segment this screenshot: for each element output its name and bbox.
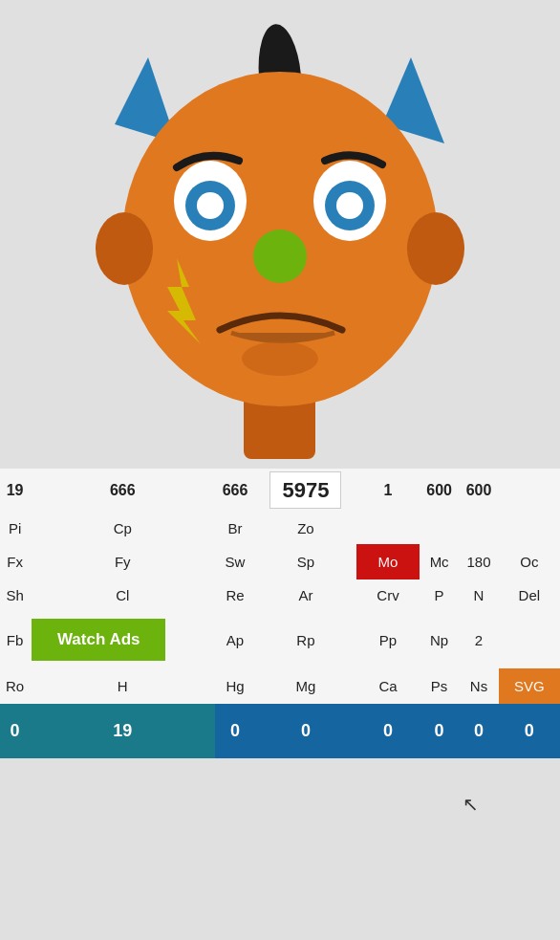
cell-re: Re: [215, 579, 254, 611]
watch-ads-button[interactable]: Watch Ads: [32, 619, 165, 661]
cell-ro: Ro: [0, 668, 30, 704]
cell-sh: Sh: [0, 579, 30, 611]
svg-point-6: [96, 212, 153, 285]
svg-point-12: [197, 192, 224, 219]
character-svg: [0, 0, 560, 469]
watch-ads-cell[interactable]: Watch Ads: [30, 611, 215, 668]
cell-sw: Sw: [215, 544, 254, 579]
character-area: [0, 0, 560, 469]
cell-ap: Ap: [215, 611, 254, 668]
cell-ps: Ps: [420, 668, 459, 704]
cell-n: N: [459, 579, 498, 611]
cell-h: H: [30, 668, 215, 704]
bottom-cell-2: 19: [30, 704, 215, 758]
score-cell-4: 1: [356, 469, 420, 513]
score-cell-5: 600: [420, 469, 459, 513]
main-score: 5975: [269, 471, 341, 509]
cell-crv: Crv: [356, 579, 420, 611]
cell-180: 180: [459, 544, 498, 579]
score-cell-2: 666: [30, 469, 215, 513]
cell-sp: Sp: [255, 544, 356, 579]
svg-point-7: [407, 212, 464, 285]
cell-cp: Cp: [30, 513, 215, 544]
bottom-cell-3: 0: [215, 704, 254, 758]
cell-r5-8: [499, 611, 560, 668]
cell-2: 2: [459, 611, 498, 668]
cell-pi: Pi: [0, 513, 30, 544]
cell-r2-8: [499, 513, 560, 544]
bottom-cell-8: 0: [499, 704, 560, 758]
bottom-cell-4: 0: [255, 704, 356, 758]
svg-point-16: [242, 341, 318, 376]
cell-p: P: [420, 579, 459, 611]
label-row-5: Fb Watch Ads Ap Rp Pp Np 2: [0, 611, 560, 668]
cell-np: Np: [420, 611, 459, 668]
svg-point-13: [336, 192, 363, 219]
stats-table: 19 666 666 5975 1 600 600 Pi Cp Br Zo Fx…: [0, 469, 560, 758]
score-cell-6: 600: [459, 469, 498, 513]
label-row-4: Sh Cl Re Ar Crv P N Del: [0, 579, 560, 611]
score-main: 5975: [255, 469, 356, 513]
cell-pp: Pp: [356, 611, 420, 668]
bottom-cell-6: 0: [420, 704, 459, 758]
cell-r2-5: [356, 513, 420, 544]
cell-br: Br: [215, 513, 254, 544]
cell-svg[interactable]: SVG: [499, 668, 560, 704]
score-cell-7: [499, 469, 560, 513]
score-cell-1: 19: [0, 469, 30, 513]
cell-hg: Hg: [215, 668, 254, 704]
cell-zo: Zo: [255, 513, 356, 544]
cell-r2-6: [420, 513, 459, 544]
cell-ns: Ns: [459, 668, 498, 704]
label-row-6: Ro H Hg Mg Ca Ps Ns SVG: [0, 668, 560, 704]
cell-fx: Fx: [0, 544, 30, 579]
cell-ar: Ar: [255, 579, 356, 611]
cell-oc: Oc: [499, 544, 560, 579]
label-row-3: Fx Fy Sw Sp Mo Mc 180 Oc: [0, 544, 560, 579]
cell-mc: Mc: [420, 544, 459, 579]
bottom-row: 0 19 0 0 0 0 0 0: [0, 704, 560, 758]
bottom-cell-1: 0: [0, 704, 30, 758]
label-row-2: Pi Cp Br Zo: [0, 513, 560, 544]
cell-mo[interactable]: Mo: [356, 544, 420, 579]
cell-rp: Rp: [255, 611, 356, 668]
bottom-cell-5: 0: [356, 704, 420, 758]
grid-area: 19 666 666 5975 1 600 600 Pi Cp Br Zo Fx…: [0, 469, 560, 758]
cell-fy: Fy: [30, 544, 215, 579]
score-cell-3: 666: [215, 469, 254, 513]
bottom-cell-7: 0: [459, 704, 498, 758]
cell-r2-7: [459, 513, 498, 544]
svg-point-14: [253, 230, 307, 283]
cell-del: Del: [499, 579, 560, 611]
cell-fb: Fb: [0, 611, 30, 668]
cell-mg: Mg: [255, 668, 356, 704]
score-row: 19 666 666 5975 1 600 600: [0, 469, 560, 513]
cell-ca: Ca: [356, 668, 420, 704]
cursor-indicator: ↖: [463, 793, 479, 816]
cell-cl: Cl: [30, 579, 215, 611]
